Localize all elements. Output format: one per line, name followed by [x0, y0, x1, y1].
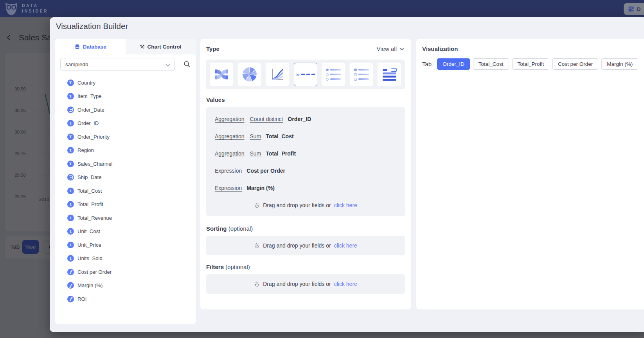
type-radio-list-tile[interactable]	[322, 63, 345, 86]
filters-click-here-link[interactable]: click here	[334, 281, 357, 287]
field-name: Order_Date	[77, 107, 104, 113]
view-all-button[interactable]: View all	[377, 45, 404, 52]
filters-section-title: Filters (optional)	[206, 264, 250, 270]
field-type-icon	[67, 269, 74, 275]
field-name: Margin (%)	[77, 282, 103, 288]
type-checkbox-list-tile[interactable]	[350, 63, 373, 86]
chart-type-strip: Tab	[206, 60, 405, 89]
sorting-title-text: Sorting	[206, 225, 227, 232]
builder-panel: Type View all	[200, 39, 411, 309]
viz-tab-button[interactable]: Total_Cost	[473, 58, 509, 70]
owl-logo-icon	[3, 1, 20, 17]
value-row: Aggregation Sum Total_Cost	[215, 128, 405, 145]
field-type-icon	[67, 147, 74, 154]
field-item[interactable]: Ship_Date	[55, 171, 196, 184]
radio-list-icon	[326, 69, 341, 81]
sankey-icon	[214, 67, 229, 82]
field-item[interactable]: ROI	[55, 292, 196, 306]
value-row: Expression Cost per Order	[215, 162, 405, 179]
dashboard-grid-icon	[628, 6, 634, 12]
field-type-icon	[67, 215, 74, 221]
value-kind-link[interactable]: Expression	[215, 168, 242, 174]
tab-chart-control[interactable]: ⚒ Chart Control	[126, 39, 196, 54]
drop-hint-text: Drag and drop your fields or	[263, 242, 331, 249]
field-item[interactable]: Order_Priority	[55, 130, 196, 144]
field-name: Total_Cost	[77, 188, 102, 194]
drag-hand-icon	[254, 243, 260, 249]
top-navbar: DATA INSIDER D	[0, 0, 644, 17]
tab-widget-icon: Tab	[295, 73, 315, 76]
view-all-label: View all	[377, 45, 397, 52]
left-panel-tabs: Database ⚒ Chart Control	[55, 39, 196, 54]
drop-hint-text: Drag and drop your fields or	[263, 281, 331, 287]
value-kind-link[interactable]: Aggregation	[215, 116, 245, 122]
field-type-icon	[67, 174, 74, 181]
type-line-tile[interactable]	[266, 63, 289, 86]
field-name: ROI	[77, 296, 86, 302]
visualization-title: Visualization	[422, 45, 458, 52]
tab-chart-control-label: Chart Control	[148, 44, 182, 50]
tab-database[interactable]: Database	[55, 39, 126, 54]
value-function-link[interactable]: Sum	[250, 150, 261, 157]
viz-tab-button[interactable]: Margin (%)	[601, 58, 638, 70]
modal-title: Visualization Builder	[56, 22, 128, 31]
value-kind-link[interactable]: Aggregation	[215, 150, 245, 157]
field-type-icon	[67, 228, 74, 235]
field-item[interactable]: Total_Profit	[55, 198, 196, 211]
left-panel: Database ⚒ Chart Control sampledb	[55, 39, 196, 324]
viz-tab-button[interactable]: Total_Profit	[512, 58, 550, 70]
field-name: Item_Type	[77, 93, 102, 99]
field-item[interactable]: Margin (%)	[55, 279, 196, 293]
field-item[interactable]: Item_Type	[55, 90, 196, 103]
viz-tab-button[interactable]: Cost per Order	[552, 58, 598, 70]
sorting-click-here-link[interactable]: click here	[334, 242, 357, 249]
field-item[interactable]: Country	[55, 76, 196, 90]
field-item[interactable]: Order_ID	[55, 117, 196, 130]
field-item[interactable]: Cost per Order	[55, 265, 196, 279]
field-item[interactable]: Total_Cost	[55, 184, 196, 198]
field-item[interactable]: Sales_Channel	[55, 157, 196, 171]
field-name: Order_Priority	[77, 134, 110, 140]
dashboards-button[interactable]: D	[624, 3, 644, 15]
filters-drop-hint: Drag and drop your fields or click here	[254, 281, 357, 287]
pie-chart-icon	[243, 67, 257, 81]
field-item[interactable]: Order_Date	[55, 103, 196, 117]
value-function-link[interactable]: Count distinct	[250, 116, 283, 122]
field-name: Cost per Order	[77, 269, 112, 275]
database-select[interactable]: sampledb	[60, 58, 175, 71]
field-type-icon	[67, 93, 74, 99]
value-function-link[interactable]: Sum	[250, 133, 261, 139]
filters-title-text: Filters	[206, 264, 224, 270]
field-name: Country	[77, 80, 95, 86]
value-field-name: Margin (%)	[246, 185, 275, 191]
values-click-here-link[interactable]: click here	[334, 202, 357, 208]
drop-hint-text: Drag and drop your fields or	[263, 202, 331, 208]
type-tab-tile[interactable]: Tab	[294, 63, 317, 86]
filters-optional-text: (optional)	[225, 264, 250, 270]
value-kind-link[interactable]: Expression	[215, 185, 242, 191]
type-sankey-tile[interactable]	[210, 63, 233, 86]
field-item[interactable]: Unit_Price	[55, 238, 196, 252]
field-item[interactable]: Units_Sold	[55, 252, 196, 266]
chevron-down-icon	[165, 63, 170, 67]
field-item[interactable]: Unit_Cost	[55, 225, 196, 239]
field-item[interactable]: Total_Revenue	[55, 211, 196, 225]
value-field-name: Total_Cost	[266, 133, 293, 139]
field-type-icon	[67, 161, 74, 167]
field-name: Ship_Date	[77, 174, 102, 180]
field-name: Region	[77, 147, 94, 153]
field-type-icon	[67, 201, 74, 208]
table-icon	[383, 68, 396, 81]
field-item[interactable]: Region	[55, 144, 196, 157]
value-field-name: Order_ID	[288, 116, 311, 122]
database-select-value: sampledb	[65, 61, 88, 67]
field-name: Unit_Cost	[77, 228, 100, 234]
visualization-builder-modal: Visualization Builder Database ⚒ Chart C…	[50, 17, 644, 332]
value-kind-link[interactable]: Aggregation	[215, 133, 245, 139]
viz-tab-button[interactable]: Order_ID	[437, 58, 470, 70]
field-type-icon	[67, 188, 74, 194]
search-button[interactable]	[183, 61, 191, 69]
type-pie-tile[interactable]	[238, 63, 261, 86]
field-type-icon	[67, 120, 74, 127]
type-table-tile[interactable]	[378, 63, 401, 86]
